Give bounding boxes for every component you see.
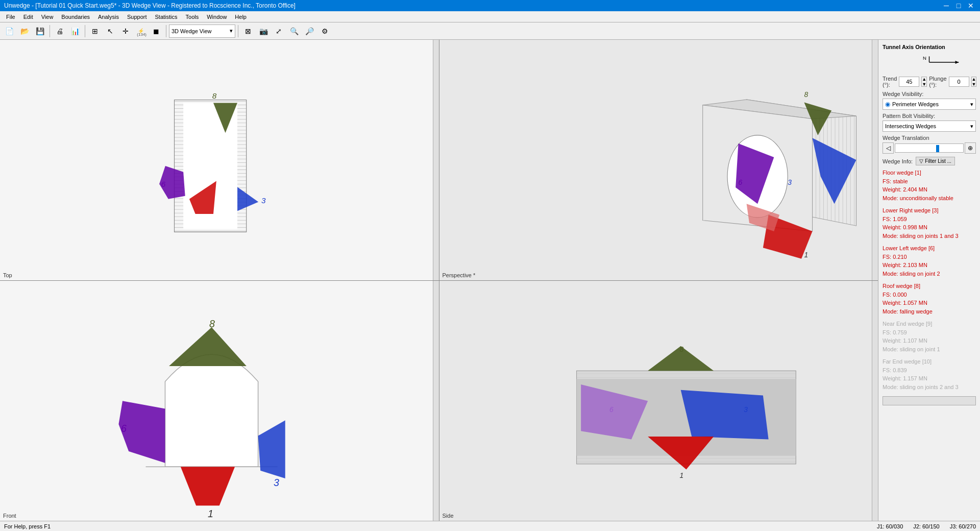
menu-file[interactable]: File — [2, 13, 19, 21]
translation-row: ◁ ⊕ — [883, 142, 976, 154]
wedge-4-fs: FS: 0.759 — [883, 328, 976, 337]
minimize-button[interactable]: ─ — [941, 1, 951, 11]
menu-statistics[interactable]: Statistics — [151, 13, 182, 21]
trend-row: Trend (°): ▲▼ Plunge (°): ▲▼ — [883, 76, 976, 88]
menubar: File Edit View Boundaries Analysis Suppo… — [0, 11, 980, 22]
view-dropdown[interactable]: 3D Wedge View ▾ — [169, 25, 235, 38]
zoom-out-button[interactable]: 🔎 — [302, 24, 316, 38]
wedge-0-fs: FS: stable — [883, 177, 976, 186]
wedge-4-weight: Weight: 1.107 MN — [883, 336, 976, 345]
svg-text:8: 8 — [212, 91, 217, 100]
translation-right-icon[interactable]: ⊕ — [965, 142, 976, 154]
wedge-info-label: Wedge Info: — [883, 158, 913, 164]
translation-left-icon[interactable]: ◁ — [883, 142, 894, 154]
pattern-bolt-arrow: ▾ — [970, 123, 973, 130]
trend-input[interactable] — [899, 77, 919, 87]
save-button[interactable]: 💾 — [33, 24, 47, 38]
titlebar-controls: ─ □ ✕ — [941, 1, 976, 11]
4view-button[interactable]: ⊠ — [241, 24, 255, 38]
wedge-visibility-value: Perimeter Wedges — [890, 101, 970, 107]
wedge-entry-5: Far End wedge [10] FS: 0.839 Weight: 1.1… — [883, 357, 976, 391]
pattern-bolt-value: Intersecting Wedges — [885, 123, 970, 129]
zoom-in-button[interactable]: 🔍 — [287, 24, 301, 38]
titlebar-title: Unwedge - [Tutorial 01 Quick Start.weg5*… — [4, 2, 296, 9]
pattern-bolt-label: Pattern Bolt Visibility: — [883, 113, 976, 119]
menu-tools[interactable]: Tools — [182, 13, 203, 21]
translation-slider[interactable] — [895, 143, 964, 153]
translation-thumb — [936, 145, 939, 152]
wedge-5-name: Far End wedge [10] — [883, 357, 976, 366]
wedge-2-mode: Mode: sliding on joint 2 — [883, 270, 976, 278]
menu-window[interactable]: Window — [203, 13, 231, 21]
camera-button[interactable]: 📷 — [256, 24, 271, 38]
plunge-spinner[interactable]: ▲▼ — [971, 77, 977, 87]
svg-text:1: 1 — [208, 508, 213, 519]
wedge-visibility-dropdown[interactable]: ◉ Perimeter Wedges ▾ — [883, 99, 976, 110]
filter-list-button[interactable]: ▽ Filter List ... — [916, 157, 955, 165]
print-button[interactable]: 🖨 — [53, 24, 67, 38]
viewport-perspective-label: Perspective * — [443, 272, 476, 278]
separator-4 — [238, 25, 238, 37]
statusbar: For Help, press F1 J1: 60/030 J2: 60/150… — [0, 521, 980, 531]
svg-marker-9 — [237, 187, 258, 211]
wedge-info-header: Wedge Info: ▽ Filter List ... — [883, 157, 976, 165]
viewport-side-scroll[interactable] — [872, 281, 878, 521]
plunge-label: Plunge (°): — [929, 76, 946, 88]
svg-text:3: 3 — [261, 196, 266, 205]
wedge-3-name: Roof wedge [8] — [883, 282, 976, 291]
wedge-5-weight: Weight: 1.157 MN — [883, 374, 976, 383]
separator-1 — [50, 25, 50, 37]
viewport-perspective-scroll[interactable] — [872, 40, 878, 280]
viewport-side[interactable]: 8 6 3 1 Side — [439, 281, 878, 521]
j2-coord: J2: 60/150 — [913, 523, 939, 529]
svg-text:3: 3 — [274, 477, 279, 488]
menu-analysis[interactable]: Analysis — [94, 13, 123, 21]
viewport-perspective[interactable]: N 8 3 6 1 — [439, 40, 878, 280]
viewport-front-scroll[interactable] — [433, 281, 439, 521]
viewport-top[interactable]: 6 3 8 Top — [0, 40, 439, 280]
menu-edit[interactable]: Edit — [19, 13, 37, 21]
wedge-entry-2: Lower Left wedge [6] FS: 0.210 Weight: 2… — [883, 244, 976, 278]
svg-text:8: 8 — [804, 90, 808, 99]
menu-boundaries[interactable]: Boundaries — [57, 13, 94, 21]
svg-marker-32 — [169, 327, 247, 366]
export-button[interactable]: 📊 — [68, 24, 82, 38]
menu-help[interactable]: Help — [231, 13, 251, 21]
wedge-entry-4: Near End wedge [9] FS: 0.759 Weight: 1.1… — [883, 320, 976, 353]
pattern-bolt-dropdown[interactable]: Intersecting Wedges ▾ — [883, 120, 976, 132]
pick-button[interactable]: ✛ — [118, 24, 133, 38]
menu-view[interactable]: View — [37, 13, 58, 21]
svg-text:N: N — [923, 55, 926, 61]
settings-button[interactable]: ⚙ — [317, 24, 332, 38]
new-button[interactable]: 📄 — [2, 24, 16, 38]
plunge-input[interactable] — [949, 77, 969, 87]
viewport-front[interactable]: 6 3 8 1 Front — [0, 281, 439, 521]
grid-button[interactable]: ⊞ — [88, 24, 102, 38]
wedge-entry-3: Roof wedge [8] FS: 0.000 Weight: 1.057 M… — [883, 282, 976, 316]
fit-button[interactable]: ⤢ — [272, 24, 286, 38]
wedge-0-weight: Weight: 2.404 MN — [883, 185, 976, 194]
wedge-info-section: Floor wedge [1] FS: stable Weight: 2.404… — [883, 168, 976, 391]
close-button[interactable]: ✕ — [966, 1, 976, 11]
wedge-5-mode: Mode: sliding on joints 2 and 3 — [883, 383, 976, 392]
right-panel-scrollbar[interactable] — [883, 396, 976, 405]
bolt-button[interactable]: ⚡(134) — [134, 24, 148, 38]
snap-button[interactable]: ◼ — [149, 24, 163, 38]
maximize-button[interactable]: □ — [953, 1, 964, 11]
svg-text:1: 1 — [804, 251, 808, 259]
menu-support[interactable]: Support — [123, 13, 151, 21]
select-button[interactable]: ↖ — [103, 24, 117, 38]
wedge-4-mode: Mode: sliding on joint 1 — [883, 345, 976, 354]
viewport-top-scroll[interactable] — [433, 40, 439, 280]
j3-coord: J3: 60/270 — [950, 523, 976, 529]
wedge-1-name: Lower Right wedge [3] — [883, 206, 976, 215]
wedge-1-fs: FS: 1.059 — [883, 215, 976, 224]
trend-spinner[interactable]: ▲▼ — [921, 77, 927, 87]
wedge-2-fs: FS: 0.210 — [883, 253, 976, 261]
wedge-translation-label: Wedge Translation — [883, 135, 976, 141]
wedge-0-mode: Mode: unconditionally stable — [883, 194, 976, 203]
j1-coord: J1: 60/030 — [877, 523, 903, 529]
viewport-side-label: Side — [443, 513, 454, 519]
svg-marker-34 — [258, 420, 285, 478]
open-button[interactable]: 📂 — [17, 24, 32, 38]
